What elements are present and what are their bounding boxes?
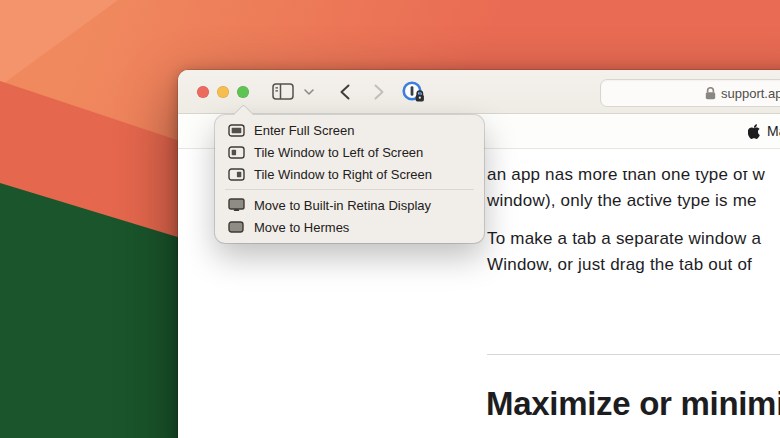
body-text-line: Window, or just drag the tab out of [487, 255, 752, 275]
menu-item-label: Enter Full Screen [254, 123, 354, 138]
window-toolbar: support.apple.com [178, 70, 780, 114]
menu-item-label: Tile Window to Left of Screen [254, 145, 423, 160]
back-button[interactable] [336, 70, 354, 113]
sidebar-icon [272, 83, 294, 100]
onepassword-extension-button[interactable] [400, 70, 428, 113]
menu-item-move-hermes[interactable]: Move to Hermes [215, 216, 484, 238]
forward-button[interactable] [370, 70, 388, 113]
apple-logo-icon [748, 124, 760, 139]
page-heading: Maximize or minimize [486, 385, 780, 423]
lock-icon [705, 87, 716, 100]
window-actions-menu: Enter Full Screen Tile Window to Left of… [215, 115, 484, 243]
forward-icon [374, 84, 384, 100]
menu-separator [225, 189, 474, 190]
chevron-down-icon [304, 89, 314, 95]
url-field-content: support.apple.com [705, 80, 780, 106]
back-icon [340, 84, 350, 100]
screen: support.apple.com an app has more than o… [0, 0, 780, 438]
menu-item-tile-left[interactable]: Tile Window to Left of Screen [215, 141, 484, 163]
body-text-line: To make a tab a separate window a [487, 229, 761, 249]
body-text-line: window), only the active type is me [487, 191, 757, 211]
section-divider [487, 354, 780, 355]
nav-item-mac[interactable]: Mac [767, 123, 780, 139]
menu-item-label: Move to Built-in Retina Display [254, 198, 431, 213]
close-button[interactable] [197, 86, 209, 98]
url-text: support.apple.com [721, 86, 780, 101]
url-field[interactable]: support.apple.com [600, 79, 780, 107]
menu-item-label: Move to Hermes [254, 220, 349, 235]
tile-left-icon [227, 146, 245, 159]
menu-item-tile-right[interactable]: Tile Window to Right of Screen [215, 163, 484, 185]
menu-item-label: Tile Window to Right of Screen [254, 167, 432, 182]
sidebar-toggle-button[interactable] [271, 70, 295, 113]
external-display-icon [227, 221, 245, 233]
sidebar-dropdown-button[interactable] [302, 70, 316, 113]
onepassword-icon [401, 80, 427, 103]
apple-logo-link[interactable] [748, 124, 760, 139]
minimize-button[interactable] [217, 86, 229, 98]
menu-item-move-builtin-display[interactable]: Move to Built-in Retina Display [215, 194, 484, 216]
tile-right-icon [227, 168, 245, 181]
menu-item-enter-full-screen[interactable]: Enter Full Screen [215, 119, 484, 141]
display-icon [227, 198, 245, 212]
fullscreen-icon [227, 124, 245, 137]
zoom-button[interactable] [237, 86, 249, 98]
